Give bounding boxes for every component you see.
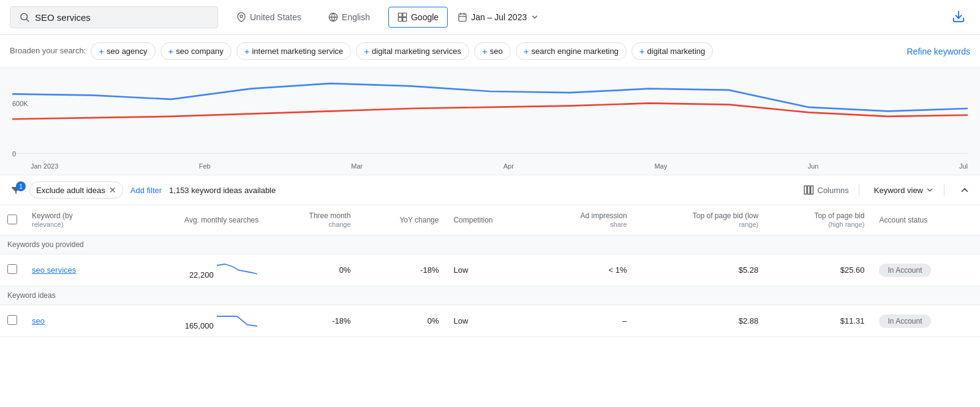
filter-icon-wrap[interactable]: 1 <box>10 184 22 196</box>
columns-icon <box>803 184 814 196</box>
trend-chart <box>12 74 968 160</box>
svg-rect-16 <box>807 186 810 194</box>
chart-x-apr: Apr <box>503 162 514 170</box>
table-header-row: Keyword (by relevance) Avg. monthly sear… <box>0 205 980 235</box>
ad-impression-seo-services: < 1% <box>534 254 634 286</box>
chart-x-mar: Mar <box>351 162 363 170</box>
row-checkbox-seo-services[interactable] <box>7 264 17 274</box>
th-avg-searches: Avg. monthly searches <box>121 205 266 235</box>
kw-link-seo[interactable]: seo <box>32 316 45 325</box>
ad-impression-seo: – <box>534 305 634 337</box>
broaden-chip-digital-marketing-services[interactable]: +digital marketing services <box>356 42 469 60</box>
avg-searches-seo: 165,000 <box>121 305 266 337</box>
competition-seo-services: Low <box>446 254 534 286</box>
engine-label: Google <box>411 12 439 22</box>
svg-rect-15 <box>804 186 807 194</box>
exclude-adult-remove-button[interactable]: ✕ <box>109 185 116 195</box>
location-label: United States <box>250 12 301 22</box>
chart-x-jan: Jan 2023 <box>31 162 58 170</box>
chart-y-600k-label: 600K <box>12 100 28 107</box>
header-bar: SEO services United States English Googl… <box>0 0 980 35</box>
svg-line-1 <box>26 19 28 21</box>
svg-rect-9 <box>459 14 466 21</box>
date-range-label: Jan – Jul 2023 <box>471 12 527 22</box>
broaden-chip-digital-marketing[interactable]: +digital marketing <box>631 42 713 60</box>
svg-rect-8 <box>403 18 407 21</box>
broaden-chip-seo[interactable]: +seo <box>474 42 511 60</box>
broaden-chip-seo-company[interactable]: +seo company <box>160 42 232 60</box>
broaden-chip-seo-agency[interactable]: +seo agency <box>91 42 155 60</box>
broaden-chips: +seo agency +seo company +internet marke… <box>91 42 902 60</box>
keyword-view-button[interactable]: Keyword view <box>874 186 934 195</box>
chart-x-labels: Jan 2023 Feb Mar Apr May Jun Jul <box>12 160 968 173</box>
three-month-seo-services: 0% <box>266 254 358 286</box>
add-filter-button[interactable]: Add filter <box>130 186 162 195</box>
th-low-bid: Top of page bid (low range) <box>635 205 766 235</box>
collapse-icon <box>959 184 970 196</box>
search-input[interactable]: SEO services <box>35 12 182 23</box>
chart-x-jun: Jun <box>808 162 819 170</box>
row-checkbox-cell <box>0 254 24 286</box>
svg-rect-5 <box>398 13 402 17</box>
ideas-count-label: 1,153 keyword ideas available <box>169 186 276 195</box>
location-filter[interactable]: United States <box>228 7 310 27</box>
yoy-seo-services: -18% <box>358 254 447 286</box>
competition-seo: Low <box>446 305 534 337</box>
exclude-adult-label: Exclude adult ideas <box>36 186 105 195</box>
kw-cell-seo-services: seo services <box>24 254 121 286</box>
kw-cell-seo: seo <box>24 305 121 337</box>
kw-link-seo-services[interactable]: seo services <box>32 265 76 275</box>
search-icon <box>19 12 30 23</box>
status-seo: In Account <box>872 305 980 337</box>
divider <box>859 184 859 196</box>
section-ideas-label: Keyword ideas <box>0 286 980 305</box>
exclude-adult-chip[interactable]: Exclude adult ideas ✕ <box>29 181 123 199</box>
sparkline-seo <box>216 311 258 329</box>
high-bid-seo: $11.31 <box>766 305 872 337</box>
language-filter[interactable]: English <box>320 7 379 27</box>
avg-searches-seo-services: 22,200 <box>121 254 266 286</box>
date-range-filter[interactable]: Jan – Jul 2023 <box>458 12 539 22</box>
broaden-search-row: Broaden your search: +seo agency +seo co… <box>0 35 980 68</box>
broaden-label: Broaden your search: <box>10 42 86 55</box>
th-yoy: YoY change <box>358 205 447 235</box>
chart-x-jul: Jul <box>959 162 968 170</box>
collapse-button[interactable] <box>959 184 970 196</box>
keywords-table: Keyword (by relevance) Avg. monthly sear… <box>0 205 980 337</box>
broaden-chip-internet-marketing[interactable]: +internet marketing service <box>236 42 352 60</box>
language-icon <box>328 12 338 22</box>
high-bid-seo-services: $25.60 <box>766 254 872 286</box>
table-row: seo 165,000 -18% 0% Low – $2.88 $11.31 I… <box>0 305 980 337</box>
section-provided-row: Keywords you provided <box>0 235 980 254</box>
three-month-seo: -18% <box>266 305 358 337</box>
svg-point-2 <box>240 15 243 18</box>
low-bid-seo: $2.88 <box>635 305 766 337</box>
low-bid-seo-services: $5.28 <box>635 254 766 286</box>
columns-button[interactable]: Columns <box>803 184 849 196</box>
th-competition: Competition <box>446 205 534 235</box>
broaden-chip-search-engine-marketing[interactable]: +search engine marketing <box>516 42 627 60</box>
refine-keywords-button[interactable]: Refine keywords <box>907 43 971 60</box>
status-seo-services: In Account <box>872 254 980 286</box>
select-all-checkbox[interactable] <box>7 215 17 224</box>
svg-rect-7 <box>398 18 402 21</box>
download-button[interactable] <box>952 10 965 25</box>
svg-rect-6 <box>403 13 407 17</box>
location-icon <box>236 12 246 22</box>
svg-rect-17 <box>810 186 813 194</box>
th-three-month: Three month change <box>266 205 358 235</box>
th-checkbox <box>0 205 24 235</box>
row-checkbox-seo[interactable] <box>7 315 17 325</box>
divider2 <box>944 184 944 196</box>
chevron-down-icon <box>530 13 539 21</box>
columns-label: Columns <box>818 186 849 195</box>
engine-icon <box>398 12 407 22</box>
calendar-icon <box>458 12 467 22</box>
chart-area: 600K 0 Jan 2023 Feb Mar Apr May Jun Jul <box>0 68 980 175</box>
sparkline-seo-services <box>216 261 258 278</box>
th-high-bid: Top of page bid (high range) <box>766 205 872 235</box>
engine-selector[interactable]: Google <box>388 7 448 28</box>
table-row: seo services 22,200 0% -18% Low < 1% $5.… <box>0 254 980 286</box>
search-box[interactable]: SEO services <box>10 6 218 28</box>
yoy-seo: 0% <box>358 305 447 337</box>
